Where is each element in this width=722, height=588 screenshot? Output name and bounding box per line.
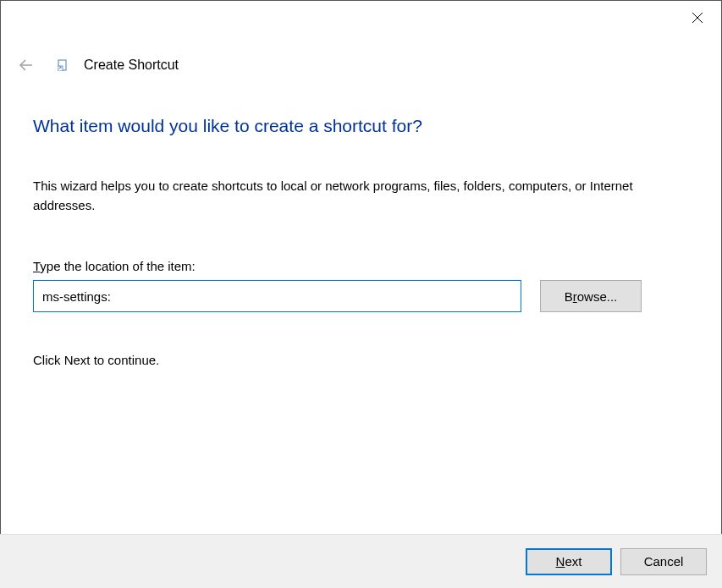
continue-text: Click Next to continue. [33,353,689,367]
page-heading: What item would you like to create a sho… [33,116,689,136]
wizard-content: What item would you like to create a sho… [1,82,721,367]
wizard-title: Create Shortcut [84,58,179,73]
next-button[interactable]: Next [526,548,612,575]
back-button [16,55,36,75]
cancel-button[interactable]: Cancel [620,548,707,575]
location-label: Type the location of the item: [33,259,689,273]
page-description: This wizard helps you to create shortcut… [33,177,689,215]
close-icon [692,12,703,24]
titlebar [1,1,721,38]
close-button[interactable] [689,9,706,26]
wizard-header: Create Shortcut [1,38,721,82]
location-input-row: Browse... [33,280,689,312]
back-arrow-icon [18,57,35,74]
location-input[interactable] [33,280,521,312]
shortcut-icon [57,58,70,72]
browse-button[interactable]: Browse... [540,280,642,312]
wizard-footer: Next Cancel [0,534,722,588]
